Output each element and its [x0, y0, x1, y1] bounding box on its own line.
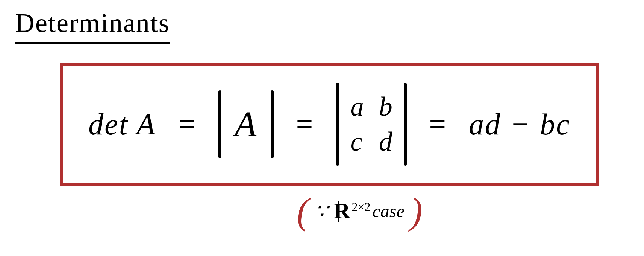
matrix-entries: a b c d [343, 91, 400, 157]
case-label: case [373, 201, 405, 221]
vertical-bar-icon [218, 90, 221, 158]
title-heading: Determinants [15, 8, 170, 44]
right-paren-icon: ) [410, 189, 423, 233]
left-paren-icon: ( [297, 189, 309, 233]
matrix-entry-b: b [379, 91, 392, 122]
annotation-note: ( ∵ R2×2 case ) [83, 189, 636, 233]
because-symbol: ∵ [315, 199, 328, 223]
formula-box: det A = A = a b c d = ad − bc [60, 63, 599, 186]
vertical-bar-icon [271, 90, 274, 158]
matrix-determinant: a b c d [336, 83, 407, 166]
exponent-text: 2×2 [352, 200, 371, 213]
matrix-entry-a: a [350, 91, 364, 122]
equals-1: = [177, 107, 198, 142]
det-label: det A [88, 107, 156, 142]
vertical-bar-icon [336, 83, 339, 166]
real-numbers-symbol: R [334, 198, 350, 224]
matrix-entry-c: c [350, 126, 364, 157]
result-expression: ad − bc [469, 107, 571, 142]
matrix-entry-d: d [379, 126, 392, 157]
matrix-a-symbol: A [225, 104, 267, 145]
vertical-bar-icon [404, 83, 407, 166]
equals-2: = [294, 107, 315, 142]
abs-a-notation: A [218, 90, 274, 158]
equals-3: = [427, 107, 449, 142]
